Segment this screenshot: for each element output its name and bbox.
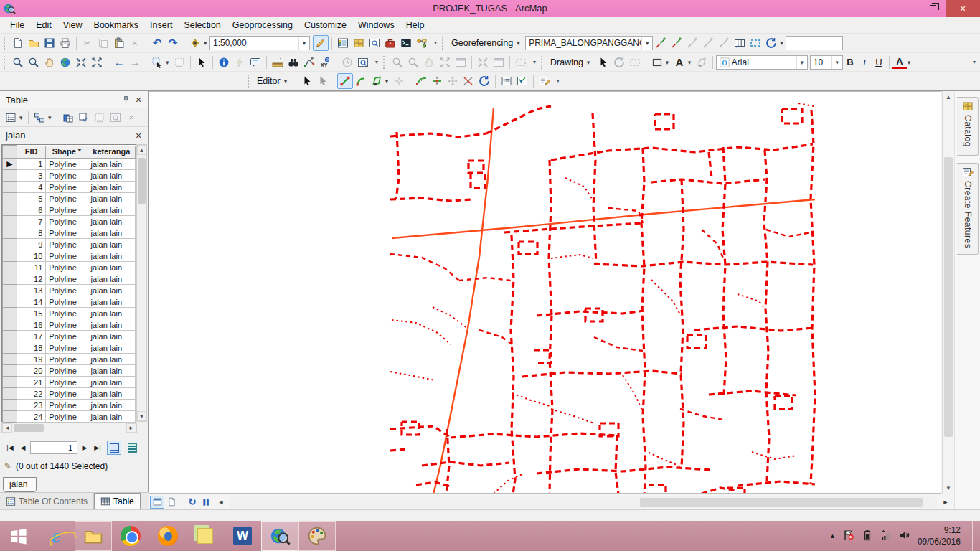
cell-fid[interactable]: 16 [17, 319, 46, 331]
attribute-table-grid[interactable]: FID Shape * keteranga ▶1Polylinejalan la… [1, 144, 136, 422]
toolbar-grip[interactable] [383, 56, 387, 69]
drawing-menu[interactable]: Drawing▾ [547, 56, 595, 69]
table-row[interactable]: 9Polylinejalan lain [3, 239, 136, 250]
zoom-to-selected-elements-button[interactable] [627, 55, 643, 70]
toolbar-grip[interactable] [541, 56, 545, 69]
toolbar-overflow[interactable]: ▾ [554, 79, 562, 83]
delete-selected-button[interactable]: × [123, 110, 139, 126]
minimize-button[interactable]: – [894, 0, 920, 17]
action-center-icon[interactable] [843, 529, 854, 543]
menu-item-insert[interactable]: Insert [144, 18, 178, 32]
toolbar-overflow[interactable]: ▾ [970, 60, 979, 65]
georeferencing-rotation-input[interactable] [786, 36, 843, 50]
related-tables-button[interactable] [32, 110, 47, 126]
switch-selection-button[interactable] [76, 110, 92, 126]
cell-shape[interactable]: Polyline [46, 285, 88, 296]
create-viewer-window-tool[interactable] [355, 55, 371, 70]
cell-fid[interactable]: 15 [17, 308, 46, 319]
layout-focus-dataframe-button[interactable] [513, 55, 529, 70]
cell-shape[interactable]: Polyline [46, 296, 88, 308]
taskbar-arcmap[interactable] [261, 521, 298, 551]
table-row[interactable]: 8Polylinejalan lain [3, 227, 136, 239]
open-button[interactable] [26, 35, 42, 51]
measure-tool[interactable] [270, 55, 286, 70]
toolbar-overflow[interactable]: ▾ [530, 60, 539, 65]
find-tool[interactable] [286, 55, 301, 70]
cell-keterangan[interactable]: jalan lain [88, 159, 135, 170]
rotate-elements-tool[interactable] [611, 55, 627, 70]
save-button[interactable] [42, 35, 57, 51]
show-all-records-button[interactable] [107, 441, 121, 455]
related-tables-dropdown[interactable]: ▾ [48, 114, 54, 121]
column-header-fid[interactable]: FID [17, 146, 46, 159]
cell-fid[interactable]: 11 [17, 262, 46, 273]
straight-segment-tool[interactable] [337, 73, 353, 89]
taskbar-internet-explorer[interactable]: e [37, 521, 75, 551]
row-selector-cell[interactable] [3, 216, 17, 227]
paste-button[interactable] [111, 35, 127, 51]
reshape-feature-tool[interactable] [413, 73, 429, 89]
show-hidden-icons-button[interactable]: ▲ [829, 532, 836, 540]
cell-shape[interactable]: Polyline [46, 400, 88, 411]
scroll-right-icon[interactable]: ► [938, 496, 953, 509]
modelbuilder-button[interactable] [414, 35, 430, 51]
georeferencing-layer-combobox[interactable]: PRIMA_BALONGPANGGANG.JF ▾ [525, 36, 653, 50]
select-features-tool[interactable] [149, 55, 165, 70]
search-window-button[interactable] [367, 35, 382, 51]
cell-keterangan[interactable]: jalan lain [88, 308, 135, 319]
cell-shape[interactable]: Polyline [46, 331, 88, 342]
table-row[interactable]: 5Polylinejalan lain [3, 193, 136, 204]
new-map-button[interactable] [10, 35, 26, 51]
menu-item-view[interactable]: View [57, 18, 88, 32]
row-selector-cell[interactable] [3, 319, 17, 331]
toolbar-grip[interactable] [4, 56, 8, 69]
undo-button[interactable]: ↶ [149, 35, 165, 51]
row-selector-cell[interactable] [3, 193, 17, 204]
cell-shape[interactable]: Polyline [46, 227, 88, 239]
row-selector-cell[interactable] [3, 227, 17, 239]
cell-fid[interactable]: 13 [17, 285, 46, 296]
table-row[interactable]: 23Polylinejalan lain [3, 400, 136, 411]
menu-item-windows[interactable]: Windows [352, 18, 400, 32]
table-vertical-scrollbar[interactable]: ▲ ▼ [136, 144, 147, 422]
table-document-titlebar[interactable]: jalan × [0, 127, 148, 143]
attributes-button[interactable] [499, 73, 514, 89]
cell-shape[interactable]: Polyline [46, 239, 88, 250]
cell-fid[interactable]: 17 [17, 331, 46, 342]
row-selector-cell[interactable] [3, 354, 17, 365]
zoom-out-tool[interactable] [26, 55, 42, 70]
pause-drawing-button[interactable]: ▌▌ [199, 496, 214, 509]
first-record-button[interactable]: |◀ [4, 441, 16, 454]
cell-shape[interactable]: Polyline [46, 204, 88, 216]
time-slider-button[interactable] [339, 55, 355, 70]
table-row[interactable]: 15Polylinejalan lain [3, 308, 136, 319]
cell-keterangan[interactable]: jalan lain [88, 296, 135, 308]
go-to-xy-tool[interactable] [317, 55, 333, 70]
fixed-zoom-out-button[interactable] [89, 55, 105, 70]
chevron-down-icon[interactable]: ▾ [796, 56, 807, 69]
table-horizontal-scrollbar[interactable]: ◄ ► [1, 423, 137, 433]
taskbar-chrome[interactable] [112, 521, 149, 551]
row-selector-cell[interactable] [3, 273, 17, 285]
layout-zoom-out-button[interactable] [405, 55, 421, 70]
table-of-contents-button[interactable] [335, 35, 351, 51]
taskbar-clock[interactable]: 9:12 09/06/2016 [918, 524, 965, 547]
add-data-button[interactable] [187, 35, 203, 51]
table-row[interactable]: 13Polylinejalan lain [3, 285, 136, 296]
table-row[interactable]: 24Polylinejalan lain [3, 411, 136, 423]
cell-fid[interactable]: 14 [17, 296, 46, 308]
print-button[interactable] [57, 35, 73, 51]
split-tool[interactable] [429, 73, 445, 89]
point-at-intersection-tool[interactable] [391, 73, 407, 89]
cell-shape[interactable]: Polyline [46, 216, 88, 227]
cell-fid[interactable]: 5 [17, 193, 46, 204]
row-selector-cell[interactable] [3, 377, 17, 388]
editor-toolbar-toggle[interactable] [313, 35, 329, 51]
cell-fid[interactable]: 24 [17, 411, 46, 423]
table-row[interactable]: 19Polylinejalan lain [3, 354, 136, 365]
layout-view-button[interactable] [164, 496, 179, 509]
hyperlink-tool[interactable] [232, 55, 248, 70]
scroll-left-icon[interactable]: ◄ [2, 423, 12, 433]
next-record-button[interactable]: ▶ [79, 441, 90, 454]
cell-shape[interactable]: Polyline [46, 388, 88, 400]
